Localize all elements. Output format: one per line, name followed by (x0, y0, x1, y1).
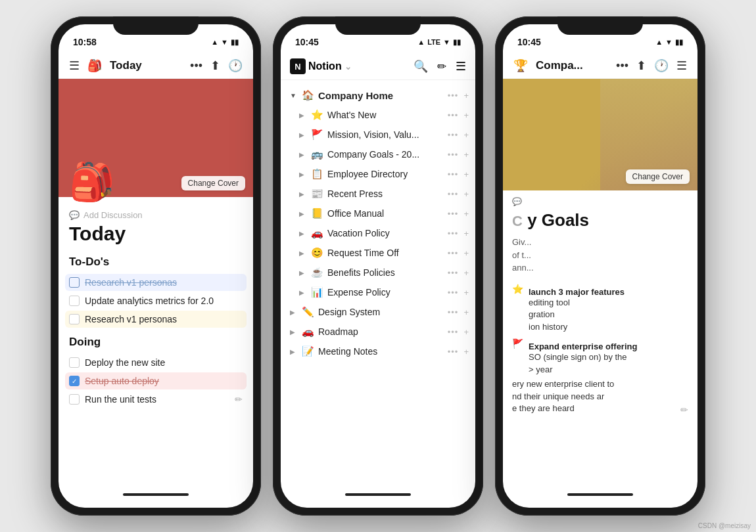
change-cover-button[interactable]: Change Cover (626, 169, 690, 184)
more-dots[interactable]: ••• (448, 130, 459, 140)
history-icon[interactable]: 🕐 (228, 58, 243, 73)
whats-new-label: What's New (327, 110, 448, 120)
more-dots[interactable]: ••• (448, 91, 459, 100)
more-dots[interactable]: ••• (448, 169, 459, 179)
expense-icon: 📊 (311, 286, 323, 298)
phone-3-nav-title: Compa... (536, 59, 583, 72)
share-icon[interactable]: ⬆ (210, 58, 220, 73)
phone-1-time: 10:58 (73, 37, 97, 47)
sidebar-item-company-goals[interactable]: ▶ 🚌 Company Goals - 20... ••• + (281, 144, 475, 164)
goal-text-2: gration (529, 309, 625, 321)
roadmap-label: Roadmap (318, 326, 448, 337)
sidebar-item-employee-directory[interactable]: ▶ 📋 Employee Directory ••• + (281, 164, 475, 184)
phone-1-nav-left: ☰ 🎒 Today (69, 58, 142, 73)
more-dots[interactable]: ••• (448, 229, 459, 238)
item-actions: ••• + (448, 110, 469, 120)
more-dots[interactable]: ••• (448, 327, 459, 337)
goals-bottom-row: ery new enterprise client tond their uni… (512, 378, 688, 416)
more-dots[interactable]: ••• (448, 288, 459, 298)
page-title: Today (69, 223, 243, 245)
checkbox-5[interactable]: ✓ (69, 376, 80, 386)
add-icon[interactable]: + (463, 110, 469, 120)
history-icon[interactable]: 🕐 (654, 58, 669, 73)
lte-label: LTE (427, 38, 440, 46)
sidebar-item-roadmap[interactable]: ▶ 🚗 Roadmap ••• + (281, 322, 475, 342)
checkbox-2[interactable] (69, 296, 80, 306)
signal-icon: ▲ (211, 38, 218, 46)
checkbox-3[interactable] (69, 314, 80, 324)
goal-text-5: > year (529, 364, 637, 376)
phone-1-nav-bar: ☰ 🎒 Today ••• ⬆ 🕐 (59, 53, 253, 79)
change-cover-button[interactable]: Change Cover (181, 176, 245, 190)
checkbox-6[interactable] (69, 394, 80, 405)
dropdown-chevron[interactable]: ⌄ (344, 62, 352, 72)
more-icon[interactable]: ••• (616, 59, 628, 73)
todo-item: ✓ Setup auto deploy (65, 372, 247, 389)
phone-3-nav-right: ••• ⬆ 🕐 ☰ (616, 58, 687, 73)
edit-icon[interactable]: ✏ (680, 405, 688, 415)
more-icon[interactable]: ••• (190, 59, 202, 73)
discussion-icon: 💬 (512, 197, 522, 206)
more-dots[interactable]: ••• (448, 268, 459, 278)
add-icon[interactable]: + (463, 91, 469, 100)
add-icon[interactable]: + (463, 327, 469, 337)
cover-emoji: 🎒 (69, 160, 115, 204)
sidebar-item-vacation-policy[interactable]: ▶ 🚗 Vacation Policy ••• + (281, 223, 475, 243)
directory-icon: 📋 (311, 168, 323, 180)
chevron-right-icon: ▶ (299, 250, 308, 257)
add-icon[interactable]: + (463, 130, 469, 140)
sidebar-item-meeting-notes[interactable]: ▶ 📝 Meeting Notes ••• + (281, 342, 475, 361)
add-icon[interactable]: + (463, 209, 469, 219)
sidebar-item-whats-new[interactable]: ▶ ⭐ What's New ••• + (281, 105, 475, 125)
company-goals-label: Company Goals - 20... (327, 149, 448, 160)
more-dots[interactable]: ••• (448, 307, 459, 317)
goal-text-4: SO (single sign on) by the (529, 351, 637, 364)
phone-3-status-icons: ▲ ▼ ▮▮ (655, 38, 683, 47)
add-icon[interactable]: + (463, 268, 469, 278)
goals-list-item: ⭐ launch 3 major features editing tool g… (512, 281, 688, 336)
add-icon[interactable]: + (463, 288, 469, 298)
more-dots[interactable]: ••• (448, 110, 459, 120)
edit-icon[interactable]: ✏ (437, 60, 446, 74)
request-time-off-label: Request Time Off (327, 248, 448, 258)
add-icon[interactable]: + (463, 248, 469, 258)
more-dots[interactable]: ••• (448, 248, 459, 258)
more-dots[interactable]: ••• (448, 209, 459, 219)
search-icon[interactable]: 🔍 (413, 59, 428, 74)
sidebar-item-office-manual[interactable]: ▶ 📒 Office Manual ••• + (281, 204, 475, 223)
phone-1-status-icons: ▲ ▼ ▮▮ (211, 38, 239, 47)
doing-section-title: Doing (69, 336, 243, 349)
more-dots[interactable]: ••• (448, 347, 459, 357)
share-icon[interactable]: ⬆ (636, 58, 646, 73)
menu-icon[interactable]: ☰ (456, 59, 466, 74)
more-dots[interactable]: ••• (448, 150, 459, 160)
company-home-label: Company Home (318, 90, 448, 101)
add-icon[interactable]: + (463, 347, 469, 357)
checkbox-1[interactable] (69, 277, 80, 288)
sidebar-item-request-time-off[interactable]: ▶ 😊 Request Time Off ••• + (281, 243, 475, 263)
sidebar-item-mission[interactable]: ▶ 🚩 Mission, Vision, Valu... ••• + (281, 125, 475, 144)
bus-icon: 🚌 (311, 148, 323, 160)
notion-logo: N Notion ⌄ (290, 58, 352, 74)
sidebar-item-recent-press[interactable]: ▶ 📰 Recent Press ••• + (281, 184, 475, 204)
add-icon[interactable]: + (463, 189, 469, 199)
add-icon[interactable]: + (463, 229, 469, 238)
chevron-right-icon: ▶ (299, 289, 308, 296)
more-dots[interactable]: ••• (448, 189, 459, 199)
hamburger-icon[interactable]: ☰ (69, 58, 80, 73)
add-discussion[interactable]: 💬 (512, 197, 688, 206)
add-icon[interactable]: + (463, 307, 469, 317)
goal-feature-title: launch 3 major features (529, 287, 625, 297)
cover-image: 🎒 Change Cover (59, 79, 253, 197)
sidebar-item-benefits-policies[interactable]: ▶ ☕ Benefits Policies ••• + (281, 263, 475, 282)
sidebar-item-company-home[interactable]: ▼ 🏠 Company Home ••• + (281, 85, 475, 105)
sidebar-item-expense-policy[interactable]: ▶ 📊 Expense Policy ••• + (281, 282, 475, 302)
goals-title-text: y Goals (527, 210, 589, 230)
sidebar-item-design-system[interactable]: ▶ ✏️ Design System ••• + (281, 302, 475, 322)
phone-1-page-content: 💬 Add Discussion Today To-Do's Research … (59, 197, 253, 502)
menu-icon[interactable]: ☰ (676, 58, 687, 73)
edit-icon[interactable]: ✏ (235, 394, 243, 405)
checkbox-4[interactable] (69, 357, 80, 368)
add-icon[interactable]: + (463, 150, 469, 160)
add-icon[interactable]: + (463, 169, 469, 179)
